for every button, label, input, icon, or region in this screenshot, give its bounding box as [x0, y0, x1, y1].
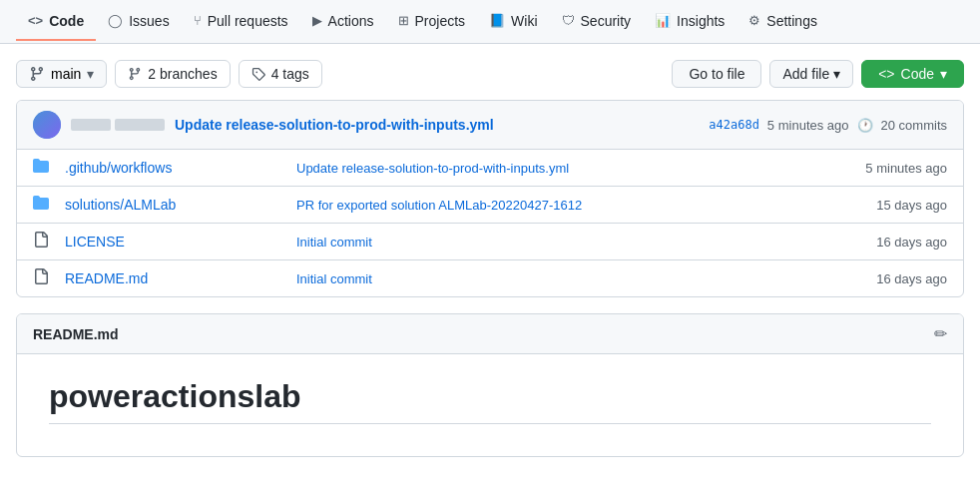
username-blur-2 [115, 119, 165, 131]
file-name[interactable]: LICENSE [65, 234, 284, 250]
branches-link[interactable]: 2 branches [115, 60, 230, 88]
file-name[interactable]: .github/workflows [65, 160, 284, 176]
file-time: 15 days ago [876, 198, 947, 213]
nav-actions[interactable]: ▶ Actions [300, 3, 386, 41]
file-icon [33, 268, 53, 288]
file-browser: Update release-solution-to-prod-with-inp… [16, 100, 964, 297]
insights-icon: 📊 [655, 13, 671, 28]
file-commit-msg: Initial commit [296, 235, 864, 250]
commit-time: 5 minutes ago [767, 118, 849, 133]
tag-icon [251, 67, 265, 81]
pr-icon: ⑂ [194, 13, 202, 28]
toolbar-right: Go to file Add file ▾ <> Code ▾ [672, 60, 964, 88]
goto-file-button[interactable]: Go to file [672, 60, 761, 88]
table-row: LICENSEInitial commit16 days ago [17, 224, 963, 260]
file-time: 5 minutes ago [865, 161, 947, 176]
issue-icon: ◯ [108, 13, 123, 28]
nav-settings[interactable]: ⚙ Settings [736, 3, 829, 41]
security-icon: 🛡 [562, 13, 575, 28]
file-list: .github/workflowsUpdate release-solution… [17, 150, 963, 296]
avatar [33, 111, 61, 139]
readme-content: poweractionslab [17, 354, 963, 456]
top-nav: <> Code ◯ Issues ⑂ Pull requests ▶ Actio… [0, 0, 980, 44]
file-commit-msg: PR for exported solution ALMLab-20220427… [296, 198, 864, 213]
commit-header: Update release-solution-to-prod-with-inp… [17, 101, 963, 150]
chevron-down-icon: ▾ [940, 66, 947, 82]
nav-security[interactable]: 🛡 Security [550, 3, 644, 41]
chevron-down-icon: ▾ [833, 66, 840, 82]
readme-heading: poweractionslab [49, 378, 931, 424]
folder-icon [33, 158, 53, 178]
nav-issues[interactable]: ◯ Issues [96, 3, 181, 41]
settings-icon: ⚙ [748, 13, 760, 28]
table-row: README.mdInitial commit16 days ago [17, 260, 963, 296]
add-file-button[interactable]: Add file ▾ [769, 60, 853, 88]
chevron-down-icon: ▾ [87, 66, 94, 82]
table-row: solutions/ALMLabPR for exported solution… [17, 187, 963, 224]
branch-selector[interactable]: main ▾ [16, 60, 107, 88]
nav-insights[interactable]: 📊 Insights [643, 3, 736, 41]
file-time: 16 days ago [876, 271, 947, 286]
nav-pull-requests[interactable]: ⑂ Pull requests [182, 3, 300, 41]
file-name[interactable]: README.md [65, 270, 284, 286]
file-icon [33, 232, 53, 252]
commit-message[interactable]: Update release-solution-to-prod-with-inp… [175, 117, 699, 133]
code-icon: <> [28, 13, 43, 28]
file-time: 16 days ago [876, 235, 947, 250]
code-icon: <> [878, 66, 894, 82]
file-name[interactable]: solutions/ALMLab [65, 197, 284, 213]
file-commit-msg: Initial commit [296, 271, 864, 286]
readme-title: README.md [33, 326, 119, 342]
readme-section: README.md ✏ poweractionslab [16, 313, 964, 457]
tags-link[interactable]: 4 tags [239, 60, 322, 88]
commits-count-link[interactable]: 20 commits [881, 118, 947, 133]
nav-code[interactable]: <> Code [16, 3, 96, 41]
nav-wiki[interactable]: 📘 Wiki [477, 3, 549, 41]
wiki-icon: 📘 [489, 13, 505, 28]
folder-icon [33, 195, 53, 215]
projects-icon: ⊞ [398, 13, 409, 28]
toolbar: main ▾ 2 branches 4 tags Go to file Add … [0, 44, 980, 100]
readme-header: README.md ✏ [17, 314, 963, 354]
branches-icon [128, 67, 142, 81]
table-row: .github/workflowsUpdate release-solution… [17, 150, 963, 187]
actions-icon: ▶ [312, 13, 322, 28]
code-button[interactable]: <> Code ▾ [861, 60, 964, 88]
nav-projects[interactable]: ⊞ Projects [386, 3, 478, 41]
username-blur [71, 119, 111, 131]
commit-user [71, 119, 165, 131]
file-commit-msg: Update release-solution-to-prod-with-inp… [296, 161, 853, 176]
branch-icon [29, 66, 45, 82]
commit-hash[interactable]: a42a68d [709, 118, 759, 132]
commit-meta: a42a68d 5 minutes ago 🕐 20 commits [709, 118, 947, 133]
history-icon: 🕐 [857, 118, 873, 133]
edit-icon[interactable]: ✏ [934, 324, 947, 343]
